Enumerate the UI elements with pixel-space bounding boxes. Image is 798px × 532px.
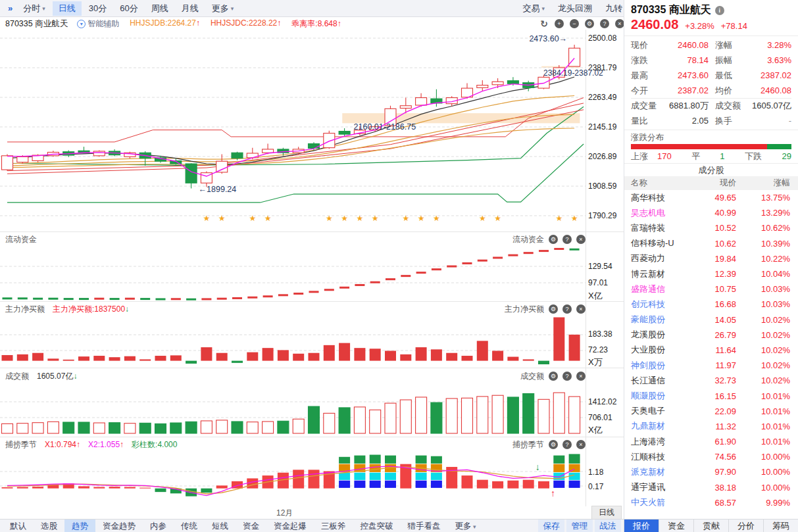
tool-龙头回溯[interactable]: 龙头回溯 xyxy=(552,1,598,16)
help-icon[interactable]: ? xyxy=(562,440,572,449)
strategy-tab-更多[interactable]: 更多 ▾ xyxy=(448,520,484,532)
abs-change: +78.14 xyxy=(721,21,747,31)
turnover-chart[interactable] xyxy=(0,383,624,437)
period-tabs: 分时▾日线30分60分周线月线更多▾ xyxy=(16,1,240,16)
liquid-funds-chart[interactable] xyxy=(0,247,624,301)
strategy-tab-趋势[interactable]: 趋势 xyxy=(64,520,95,532)
info-icon[interactable]: i xyxy=(715,6,724,15)
stock-row[interactable]: 神剑股份11.9710.02% xyxy=(624,358,798,373)
stock-row[interactable]: 江顺科技74.5610.00% xyxy=(624,449,798,464)
assist-label: 智能辅助 xyxy=(87,18,119,30)
tab-60分[interactable]: 60分 xyxy=(114,1,143,16)
quote-tab-报价[interactable]: 报价 xyxy=(624,520,659,532)
strategy-tab-选股[interactable]: 选股 xyxy=(34,520,64,532)
help-icon[interactable]: ? xyxy=(562,372,572,381)
quote-tab-资金[interactable]: 资金 xyxy=(659,520,693,532)
zoom-out-icon[interactable]: − xyxy=(570,19,579,28)
stock-row[interactable]: 昊志机电40.9913.29% xyxy=(624,205,798,220)
action-管理[interactable]: 管理 xyxy=(566,520,593,532)
unit-label: X亿 xyxy=(588,290,622,302)
stock-row[interactable]: 大业股份11.6410.02% xyxy=(624,343,798,358)
stock-row[interactable]: 博云新材12.3910.04% xyxy=(624,266,798,281)
strategy-tab-短线[interactable]: 短线 xyxy=(205,520,236,532)
stock-row[interactable]: 龙溪股份26.7910.02% xyxy=(624,327,798,343)
strategy-tab-资金[interactable]: 资金 xyxy=(236,520,266,532)
stock-code-name: 870335 商业航天 xyxy=(5,18,68,30)
tab-分时[interactable]: 分时▾ xyxy=(17,1,51,16)
strategy-tab-传统[interactable]: 传统 xyxy=(174,520,205,532)
stock-row[interactable]: 通宇通讯38.1810.00% xyxy=(624,480,798,495)
gear-icon[interactable]: ⚙ xyxy=(549,440,558,449)
col-price[interactable]: 现价 xyxy=(685,176,736,190)
strategy-tab-默认[interactable]: 默认 xyxy=(3,520,34,532)
col-change[interactable]: 涨幅 xyxy=(736,176,798,190)
action-战法[interactable]: 战法 xyxy=(595,520,621,532)
stock-row[interactable]: 信科移动-U10.6210.39% xyxy=(624,236,798,251)
tool-交易[interactable]: 交易▾ xyxy=(516,1,551,16)
col-name[interactable]: 名称 xyxy=(624,176,685,190)
tab-更多[interactable]: 更多▾ xyxy=(206,1,240,16)
quote-tab-贡献[interactable]: 贡献 xyxy=(693,520,728,532)
stock-change: 9.99% xyxy=(736,498,798,508)
gear-icon[interactable]: ⚙ xyxy=(585,19,594,28)
collapse-left-icon[interactable]: » xyxy=(4,3,16,13)
strategy-tab-控盘突破[interactable]: 控盘突破 xyxy=(353,520,401,532)
stock-row[interactable]: 派克新材97.9010.00% xyxy=(624,464,798,479)
stat-label: 最低 xyxy=(715,70,744,82)
stock-row[interactable]: 顺灏股份16.1510.01% xyxy=(624,388,798,403)
stock-name: 江顺科技 xyxy=(624,451,685,463)
stock-row[interactable]: 西菱动力19.8410.22% xyxy=(624,251,798,266)
gear-icon[interactable]: ⚙ xyxy=(549,372,558,381)
stock-name: 高华科技 xyxy=(624,192,685,204)
help-icon[interactable]: ? xyxy=(562,304,572,314)
quote-tab-分价[interactable]: 分价 xyxy=(728,520,763,532)
strategy-tab-三板斧[interactable]: 三板斧 xyxy=(314,520,353,532)
help-icon[interactable]: ? xyxy=(562,235,572,244)
quote-title-row: 870335 商业航天 i xyxy=(624,0,798,17)
tab-月线[interactable]: 月线 xyxy=(176,1,205,16)
tab-30分[interactable]: 30分 xyxy=(83,1,112,16)
stock-row[interactable]: 创元科技16.6810.03% xyxy=(624,297,798,312)
stock-row[interactable]: 富瑞特装10.5210.62% xyxy=(624,220,798,235)
close-icon[interactable]: × xyxy=(576,440,586,449)
stock-row[interactable]: 长江通信32.7310.02% xyxy=(624,373,798,388)
stock-change: 10.22% xyxy=(736,254,798,264)
strategy-tab-资金起爆[interactable]: 资金起爆 xyxy=(266,520,314,532)
stock-row[interactable]: 豪能股份14.0510.02% xyxy=(624,312,798,327)
quote-tab-筹码[interactable]: 筹码 xyxy=(763,520,798,532)
main-candlestick-chart[interactable]: ★★★★★★★★★★★★★★★←1899.242160.01-2186.7524… xyxy=(0,30,624,231)
strategy-tab-资金趋势[interactable]: 资金趋势 xyxy=(95,520,143,532)
stock-row[interactable]: 高华科技49.6513.75% xyxy=(624,190,798,205)
svg-text:★: ★ xyxy=(357,214,364,223)
strategy-tab-内参[interactable]: 内参 xyxy=(143,520,174,532)
strategy-tab-猎手看盘[interactable]: 猎手看盘 xyxy=(401,520,448,532)
help-icon[interactable]: ? xyxy=(600,19,609,28)
close-icon[interactable]: × xyxy=(615,19,624,28)
panel-title: 捕捞季节 xyxy=(5,439,37,450)
stock-name: 博云新材 xyxy=(624,268,685,280)
stock-row[interactable]: 盛路通信10.7510.03% xyxy=(624,281,798,297)
gear-icon[interactable]: ⚙ xyxy=(549,304,558,314)
stat-value: 6881.80万 xyxy=(661,100,709,112)
close-icon[interactable]: × xyxy=(576,235,586,244)
close-icon[interactable]: × xyxy=(576,372,586,381)
gear-icon[interactable]: ⚙ xyxy=(549,235,558,244)
zoom-in-icon[interactable]: + xyxy=(555,19,564,28)
action-保存[interactable]: 保存 xyxy=(538,520,564,532)
close-icon[interactable]: × xyxy=(576,304,586,314)
stock-row[interactable]: 上海港湾61.9010.01% xyxy=(624,434,798,449)
indicator-value: 乖离率:8.648↑ xyxy=(291,18,341,30)
main-net-buy-chart[interactable] xyxy=(0,316,624,368)
tab-周线[interactable]: 周线 xyxy=(145,1,174,16)
stock-row[interactable]: 九鼎新材11.3210.01% xyxy=(624,419,798,434)
tab-日线[interactable]: 日线 xyxy=(53,1,82,16)
smart-assist-toggle[interactable]: ▾ 智能辅助 xyxy=(77,18,119,30)
redo-icon[interactable]: ↻ xyxy=(539,19,549,28)
stock-row[interactable]: 中天火箭68.579.99% xyxy=(624,495,798,510)
stock-row[interactable]: 天奥电子22.0910.01% xyxy=(624,404,798,419)
fishing-season-chart[interactable]: ↓↑ xyxy=(0,452,624,506)
stock-change: 10.01% xyxy=(736,437,798,447)
y-axis-label: 1908.59 xyxy=(588,181,622,191)
up-arrow-icon: ↑ xyxy=(277,18,281,28)
period-indicator-tab[interactable]: 日线 xyxy=(591,506,622,519)
